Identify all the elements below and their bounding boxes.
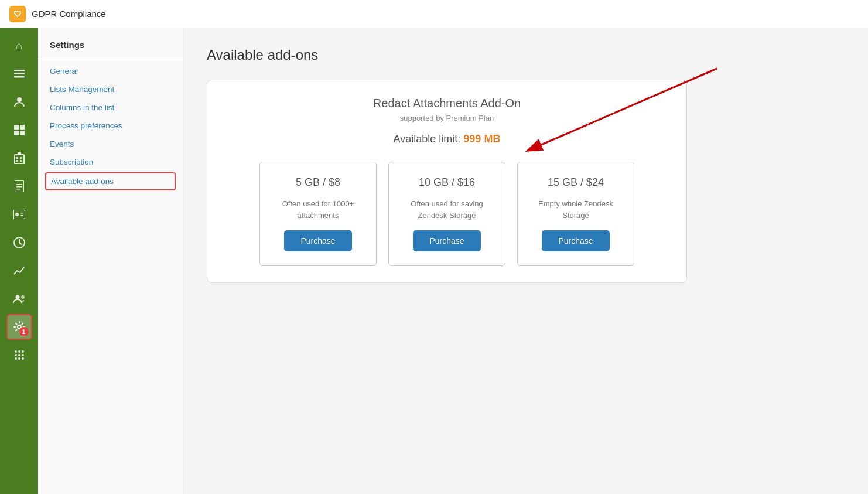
nav-lists-management[interactable]: Lists Management xyxy=(38,80,183,98)
page-title: Available add-ons xyxy=(207,47,845,63)
purchase-15gb-button[interactable]: Purchase xyxy=(542,230,609,251)
addon-title: Redact Attachments Add-On xyxy=(226,97,668,110)
svg-point-30 xyxy=(22,350,24,353)
settings-title: Settings xyxy=(38,40,183,57)
limit-value: 999 xyxy=(463,133,481,145)
gear-badge: 1 xyxy=(19,327,29,336)
purchase-5gb-button[interactable]: Purchase xyxy=(284,230,351,251)
sidebar-home-icon[interactable]: ⌂ xyxy=(6,33,32,59)
svg-rect-12 xyxy=(20,160,22,162)
nav-available-addons[interactable]: Available add-ons xyxy=(45,172,176,190)
sidebar-users-icon[interactable] xyxy=(6,89,32,115)
nav-columns-in-list[interactable]: Columns in the list xyxy=(38,98,183,117)
settings-sidebar: Settings General Lists Management Column… xyxy=(38,28,183,494)
purchase-10gb-button[interactable]: Purchase xyxy=(413,230,480,251)
svg-point-36 xyxy=(22,357,24,360)
app-logo: 🛡 GDPR Compliance xyxy=(9,6,106,22)
svg-rect-6 xyxy=(14,131,19,135)
nav-subscription[interactable]: Subscription xyxy=(38,153,183,171)
svg-line-24 xyxy=(19,243,22,244)
svg-rect-8 xyxy=(15,155,24,164)
svg-point-33 xyxy=(22,354,24,356)
svg-point-29 xyxy=(18,350,20,353)
addon-subtitle: supported by Premium Plan xyxy=(226,114,668,122)
svg-rect-11 xyxy=(16,160,18,162)
sidebar-clock-icon[interactable] xyxy=(6,230,32,255)
svg-rect-4 xyxy=(14,125,19,130)
svg-rect-9 xyxy=(16,157,18,159)
sidebar-report-icon[interactable] xyxy=(6,173,32,199)
logo-icon: 🛡 xyxy=(9,6,26,22)
main-layout: ⌂ xyxy=(0,28,868,494)
svg-point-35 xyxy=(18,357,20,360)
plan-2-size: 10 GB / $16 xyxy=(419,176,475,189)
svg-rect-21 xyxy=(20,215,23,216)
nav-process-preferences[interactable]: Process preferences xyxy=(38,117,183,135)
plan-1-size: 5 GB / $8 xyxy=(296,176,340,189)
sidebar-group-icon[interactable] xyxy=(6,286,32,312)
nav-general[interactable]: General xyxy=(38,62,183,80)
topbar: 🛡 GDPR Compliance xyxy=(0,0,868,28)
sidebar-chart-icon[interactable] xyxy=(6,258,32,284)
pricing-card-15gb: 15 GB / $24 Empty whole Zendesk Storage … xyxy=(517,162,634,266)
sidebar-left: ⌂ xyxy=(0,28,38,494)
sidebar-list-icon[interactable] xyxy=(6,61,32,87)
svg-point-3 xyxy=(17,97,22,102)
svg-rect-20 xyxy=(20,213,23,214)
svg-rect-2 xyxy=(14,76,25,78)
svg-point-34 xyxy=(15,357,17,360)
svg-rect-5 xyxy=(20,125,25,130)
pricing-card-10gb: 10 GB / $16 Often used for saving Zendes… xyxy=(388,162,505,266)
svg-rect-16 xyxy=(16,186,22,188)
svg-rect-13 xyxy=(18,152,21,155)
sidebar-building-icon[interactable] xyxy=(6,145,32,171)
plan-3-desc: Empty whole Zendesk Storage xyxy=(529,198,622,221)
sidebar-id-icon[interactable] xyxy=(6,202,32,227)
svg-point-26 xyxy=(21,295,25,299)
sidebar-table-icon[interactable] xyxy=(6,117,32,143)
svg-point-32 xyxy=(18,354,20,356)
sidebar-grid-icon[interactable] xyxy=(6,342,32,368)
limit-label: Available limit: xyxy=(394,133,461,145)
plan-2-desc: Often used for saving Zendesk Storage xyxy=(401,198,493,221)
pricing-card-5gb: 5 GB / $8 Often used for 1000+ attachmen… xyxy=(259,162,377,266)
svg-rect-17 xyxy=(16,189,20,190)
svg-point-28 xyxy=(15,350,17,353)
plan-3-size: 15 GB / $24 xyxy=(548,176,604,189)
app-name: GDPR Compliance xyxy=(32,9,106,19)
pricing-grid: 5 GB / $8 Often used for 1000+ attachmen… xyxy=(226,162,668,266)
svg-rect-1 xyxy=(14,73,25,75)
nav-events[interactable]: Events xyxy=(38,135,183,153)
svg-point-31 xyxy=(15,354,17,356)
svg-point-25 xyxy=(15,295,19,299)
sidebar-gear-icon[interactable]: 1 xyxy=(6,314,32,340)
svg-point-19 xyxy=(15,213,19,216)
main-content: Available add-ons Redact Attachments Add… xyxy=(183,28,868,494)
limit-unit: MB xyxy=(484,133,500,145)
svg-rect-10 xyxy=(20,157,22,159)
svg-rect-15 xyxy=(16,184,22,185)
svg-rect-7 xyxy=(20,131,25,135)
svg-rect-0 xyxy=(14,70,25,71)
limit-display: Available limit: 999 MB xyxy=(226,133,668,145)
plan-1-desc: Often used for 1000+ attachments xyxy=(272,198,364,221)
addons-card: Redact Attachments Add-On supported by P… xyxy=(207,80,687,283)
